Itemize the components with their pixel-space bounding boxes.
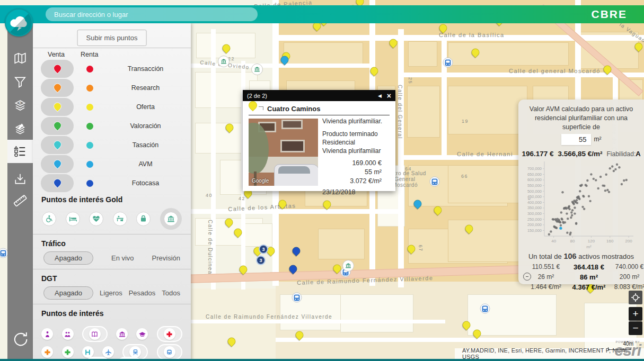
upload-points-button[interactable]: Subir mis puntos bbox=[77, 30, 147, 46]
venta-pin-toggle[interactable] bbox=[41, 79, 74, 97]
metro-station-icon[interactable] bbox=[292, 293, 302, 303]
zoom-out-button[interactable]: − bbox=[629, 321, 642, 335]
venta-pin-toggle[interactable] bbox=[41, 174, 74, 192]
venta-pin-toggle[interactable] bbox=[41, 60, 74, 78]
property-line: Vivienda plurifamiliar bbox=[322, 147, 390, 155]
streetview-photo[interactable]: Google bbox=[249, 119, 318, 186]
hospital-h-icon[interactable] bbox=[82, 346, 94, 358]
sidebar-item-basemap[interactable] bbox=[7, 47, 33, 70]
legend-rows: Transacción Research Oferta Valoración T… bbox=[33, 59, 191, 193]
metro-station-icon[interactable] bbox=[480, 304, 490, 314]
cluster-pin[interactable]: 3 bbox=[259, 245, 268, 254]
renta-dot-toggle[interactable] bbox=[86, 161, 93, 168]
venta-pin-toggle[interactable] bbox=[41, 136, 74, 154]
renta-dot-toggle[interactable] bbox=[86, 85, 93, 92]
locate-button[interactable] bbox=[629, 291, 642, 304]
hotel-bed-icon[interactable] bbox=[66, 212, 80, 226]
ruler-icon bbox=[13, 193, 28, 208]
map-building bbox=[340, 294, 413, 332]
legend-row-label: Transacción bbox=[105, 65, 191, 73]
renta-dot-toggle[interactable] bbox=[86, 142, 93, 149]
museum-icon[interactable] bbox=[116, 328, 128, 340]
sidebar-item-legend[interactable] bbox=[7, 140, 33, 163]
segment-option-pesados[interactable]: Pesados bbox=[129, 289, 156, 297]
sidebar-item-measure[interactable] bbox=[7, 189, 33, 212]
renta-dot-toggle[interactable] bbox=[86, 104, 93, 111]
segment-option-en-vivo[interactable]: En vivo bbox=[111, 254, 134, 262]
red-cross-icon[interactable] bbox=[164, 328, 175, 340]
avm-result-row: 196.177 € 3.566,85 €/m² Fiabilidad:A bbox=[525, 150, 638, 158]
poi-bank-icon[interactable] bbox=[342, 260, 354, 272]
family-icon[interactable] bbox=[62, 328, 74, 340]
education-cap-icon[interactable] bbox=[136, 328, 148, 340]
green-cross-icon[interactable] bbox=[62, 346, 74, 358]
map-building bbox=[407, 86, 440, 138]
popup-pager: (2 de 2) bbox=[247, 93, 267, 99]
bank-building-icon[interactable] bbox=[164, 212, 178, 226]
popup-close-icon[interactable]: × bbox=[387, 92, 391, 100]
wheelchair-icon[interactable] bbox=[42, 212, 56, 226]
library-book-icon[interactable] bbox=[89, 328, 101, 340]
legend-row-label: Tasación bbox=[105, 141, 191, 149]
venta-pin-icon bbox=[51, 120, 63, 131]
renta-dot-toggle[interactable] bbox=[86, 66, 93, 73]
avm-collapse-button[interactable] bbox=[523, 273, 531, 281]
bank-glyph bbox=[345, 263, 351, 269]
basemap-icon bbox=[13, 51, 27, 65]
segment-option-ligeros[interactable]: Ligeros bbox=[100, 289, 122, 297]
poi-bank-icon[interactable] bbox=[251, 64, 263, 75]
layers-euro-icon: € bbox=[13, 99, 27, 113]
sidebar-item-refresh[interactable] bbox=[7, 328, 33, 351]
sidebar-item-filters[interactable] bbox=[7, 70, 33, 94]
shopping-bag-icon[interactable] bbox=[136, 212, 151, 226]
popup-corner-glyph bbox=[259, 106, 263, 110]
street-label: 64 bbox=[405, 166, 412, 172]
legend-row-label: Research bbox=[105, 84, 191, 92]
avm-input-row: m² bbox=[525, 134, 638, 145]
venta-pin-toggle[interactable] bbox=[41, 117, 74, 135]
scale-label: 40m bbox=[623, 341, 633, 347]
metro-station-icon[interactable] bbox=[430, 177, 440, 187]
metro-station-icon[interactable] bbox=[443, 58, 453, 68]
sidebar-item-download[interactable] bbox=[7, 167, 33, 191]
property-type: Vivienda plurifamiliar. bbox=[322, 118, 390, 125]
train-icon[interactable] bbox=[129, 346, 141, 358]
segment-option-todos[interactable]: Todos bbox=[162, 289, 180, 297]
poi-title: Puntos de interés bbox=[41, 309, 103, 318]
traffic-options: ApagadoEn vivoPrevisión bbox=[33, 251, 191, 265]
venta-pin-toggle[interactable] bbox=[41, 98, 74, 116]
map-street bbox=[191, 320, 445, 323]
office-desk-icon[interactable] bbox=[113, 212, 127, 226]
pharmacy-cross-icon[interactable] bbox=[41, 346, 53, 358]
max-price: 740.000 € bbox=[611, 262, 644, 272]
svg-text:€: € bbox=[527, 197, 532, 200]
segment-option-apagado[interactable]: Apagado bbox=[43, 286, 93, 300]
search-input[interactable] bbox=[46, 7, 258, 21]
segment-option-previsión[interactable]: Previsión bbox=[152, 254, 180, 262]
zoom-in-button[interactable]: + bbox=[629, 307, 642, 321]
person-icon[interactable] bbox=[41, 328, 53, 340]
sidebar-item-layers-drawing[interactable] bbox=[7, 118, 33, 141]
renta-dot-toggle[interactable] bbox=[86, 123, 93, 130]
segment-option-apagado[interactable]: Apagado bbox=[43, 251, 93, 265]
map-building bbox=[448, 86, 527, 134]
renta-dot-toggle[interactable] bbox=[86, 180, 93, 187]
popup-prev-icon[interactable]: ◀ bbox=[373, 93, 387, 98]
poi-bank-icon[interactable] bbox=[218, 56, 230, 67]
legend-row: Valoración bbox=[33, 116, 191, 136]
popup-body: Cuatro Caminos Google Vivienda plurifami… bbox=[243, 101, 395, 191]
metro-icon[interactable] bbox=[164, 346, 175, 358]
cluster-pin[interactable]: 3 bbox=[256, 256, 266, 265]
cloud-logo[interactable] bbox=[5, 8, 33, 37]
svg-text:250,000: 250,000 bbox=[527, 216, 542, 221]
top-bar: CBRE bbox=[0, 5, 644, 23]
renta-dot-cell bbox=[74, 142, 105, 149]
airport-plane-icon[interactable] bbox=[102, 346, 114, 358]
venta-pin-toggle[interactable] bbox=[41, 155, 74, 173]
health-heart-icon[interactable] bbox=[89, 212, 103, 226]
surface-input[interactable] bbox=[561, 134, 591, 145]
sidebar-item-layers-pricing[interactable]: € bbox=[7, 94, 33, 118]
bottom-strip bbox=[0, 359, 644, 361]
venta-pin-icon bbox=[51, 101, 63, 112]
avm-panel: Valor AVM calculado para un activo resid… bbox=[518, 100, 644, 284]
